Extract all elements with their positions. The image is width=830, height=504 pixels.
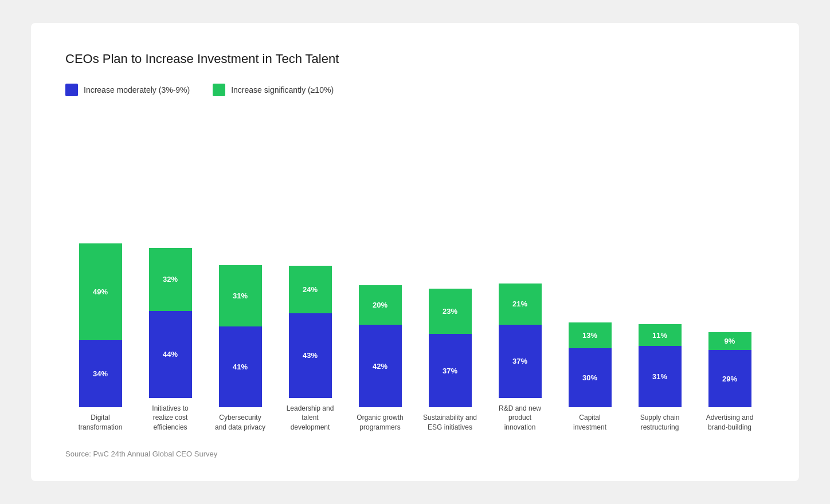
- bar-label-2: Cybersecurity and data privacy: [213, 413, 268, 432]
- bar-label-9: Advertising and brand-building: [703, 413, 757, 432]
- bar-moderate-4: 42%: [359, 325, 402, 407]
- bar-group-0: 49%34%Digital transformation: [65, 243, 135, 432]
- bar-stack-6: 21%37%: [499, 284, 542, 398]
- bar-group-5: 23%37%Sustainability and ESG initiatives: [415, 289, 485, 432]
- legend-significant-label: Increase significantly (≥10%): [231, 85, 334, 94]
- bar-moderate-8: 31%: [639, 346, 682, 407]
- bar-moderate-9: 29%: [708, 350, 751, 407]
- bar-label-7: Capital investment: [563, 413, 617, 432]
- bar-label-0: Digital transformation: [73, 413, 128, 432]
- legend-moderate-box: [65, 84, 78, 96]
- bar-significant-5: 23%: [429, 289, 472, 334]
- bar-group-9: 9%29%Advertising and brand-building: [695, 332, 765, 432]
- bar-label-6: R&D and new product innovation: [493, 404, 547, 432]
- bars-container: 49%34%Digital transformation32%44%Initia…: [65, 119, 765, 432]
- chart-card: CEOs Plan to Increase Investment in Tech…: [31, 23, 799, 481]
- bar-stack-7: 13%30%: [569, 322, 612, 407]
- bar-stack-9: 9%29%: [708, 332, 751, 407]
- bar-stack-3: 24%43%: [289, 266, 332, 398]
- bar-significant-0: 49%: [79, 243, 122, 340]
- bar-label-5: Sustainability and ESG initiatives: [423, 413, 477, 432]
- bar-significant-7: 13%: [569, 322, 612, 348]
- bar-significant-8: 11%: [639, 324, 682, 346]
- bar-significant-3: 24%: [289, 266, 332, 313]
- bar-moderate-6: 37%: [499, 325, 542, 398]
- source-text: Source: PwC 24th Annual Global CEO Surve…: [65, 450, 765, 458]
- bar-significant-6: 21%: [499, 284, 542, 325]
- bar-group-3: 24%43%Leadership and talent development: [275, 266, 345, 432]
- bar-group-1: 32%44%Initiatives to realize cost effici…: [135, 248, 205, 432]
- bar-significant-4: 20%: [359, 285, 402, 325]
- bar-moderate-3: 43%: [289, 313, 332, 398]
- bar-group-8: 11%31%Supply chain restructuring: [625, 324, 695, 432]
- bar-stack-2: 31%41%: [219, 265, 262, 407]
- legend: Increase moderately (3%-9%) Increase sig…: [65, 84, 765, 96]
- bar-stack-1: 32%44%: [149, 248, 192, 398]
- bar-stack-4: 20%42%: [359, 285, 402, 407]
- bar-label-3: Leadership and talent development: [283, 404, 338, 432]
- bar-moderate-0: 34%: [79, 340, 122, 407]
- bar-label-8: Supply chain restructuring: [633, 413, 687, 432]
- bar-label-1: Initiatives to realize cost efficiencies: [143, 404, 198, 432]
- bar-stack-5: 23%37%: [429, 289, 472, 407]
- chart-area: 49%34%Digital transformation32%44%Initia…: [65, 119, 765, 432]
- bar-moderate-1: 44%: [149, 311, 192, 398]
- bar-moderate-5: 37%: [429, 334, 472, 407]
- bar-group-7: 13%30%Capital investment: [555, 322, 625, 432]
- bar-moderate-7: 30%: [569, 348, 612, 407]
- chart-title: CEOs Plan to Increase Investment in Tech…: [65, 52, 765, 66]
- legend-significant-box: [213, 84, 225, 96]
- bar-stack-0: 49%34%: [79, 243, 122, 407]
- bar-moderate-2: 41%: [219, 326, 262, 407]
- bar-group-2: 31%41%Cybersecurity and data privacy: [205, 265, 275, 432]
- bar-significant-1: 32%: [149, 248, 192, 311]
- bar-significant-9: 9%: [708, 332, 751, 350]
- bar-label-4: Organic growth programmers: [353, 413, 408, 432]
- bar-group-6: 21%37%R&D and new product innovation: [485, 284, 555, 432]
- legend-moderate: Increase moderately (3%-9%): [65, 84, 190, 96]
- bar-stack-8: 11%31%: [639, 324, 682, 407]
- legend-significant: Increase significantly (≥10%): [213, 84, 334, 96]
- legend-moderate-label: Increase moderately (3%-9%): [84, 85, 190, 94]
- bar-group-4: 20%42%Organic growth programmers: [345, 285, 415, 432]
- bar-significant-2: 31%: [219, 265, 262, 326]
